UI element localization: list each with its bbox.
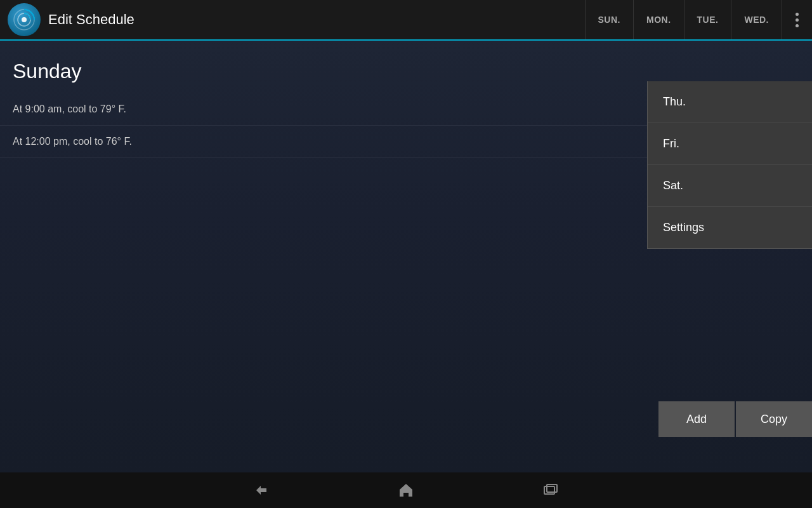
tab-wed[interactable]: WED. [731,0,782,39]
svg-point-2 [22,17,27,22]
home-button[interactable] [397,481,415,499]
day-tabs-container: SUN. MON. TUE. WED. [585,0,782,39]
page-title: Edit Schedule [48,11,585,28]
svg-rect-4 [547,485,557,492]
app-header: Edit Schedule SUN. MON. TUE. WED. [0,0,812,41]
dropdown-item-settings[interactable]: Settings [648,207,812,248]
overflow-menu-button[interactable] [782,0,812,39]
app-logo [8,3,41,36]
schedule-item-text: At 9:00 am, cool to 79° F. [13,104,126,114]
dropdown-item-fri[interactable]: Fri. [648,123,812,165]
three-dots-icon [796,13,799,27]
tab-tue[interactable]: TUE. [684,0,731,39]
recents-button[interactable] [542,481,560,499]
add-button[interactable]: Add [658,401,735,437]
svg-rect-3 [544,486,554,494]
dropdown-item-sat[interactable]: Sat. [648,165,812,207]
dropdown-menu: Thu. Fri. Sat. Settings [647,81,812,249]
dropdown-item-thu[interactable]: Thu. [648,81,812,123]
copy-button[interactable]: Copy [736,401,812,437]
system-nav-bar [0,472,812,508]
schedule-item-text: At 12:00 pm, cool to 76° F. [13,136,132,147]
main-content: Sunday At 9:00 am, cool to 79° F. At 12:… [0,41,812,472]
back-button[interactable] [252,481,270,499]
tab-sun[interactable]: SUN. [585,0,633,39]
tab-mon[interactable]: MON. [633,0,684,39]
action-bar: Add Copy [658,401,812,437]
